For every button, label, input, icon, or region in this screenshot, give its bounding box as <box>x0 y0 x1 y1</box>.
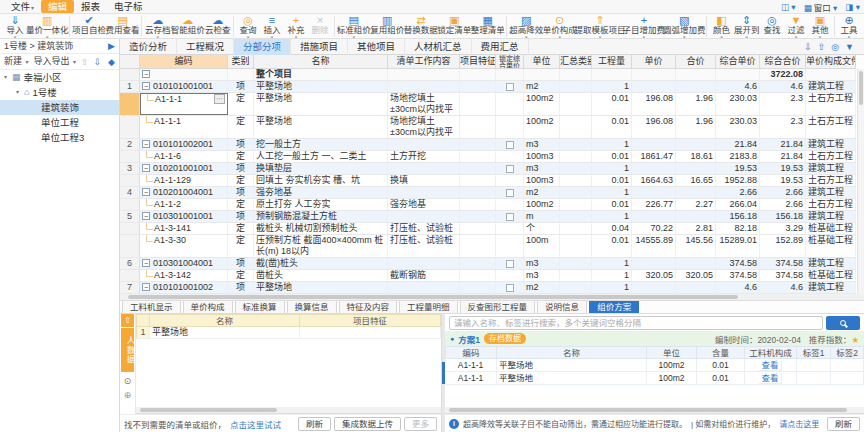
detail-tab[interactable]: 工料机显示 <box>122 300 181 313</box>
col-code[interactable]: 编码 <box>445 346 497 359</box>
table-row[interactable]: 5 −010301001001 项 预制钢筋混凝土方桩 m 1 156.18 <box>120 211 856 223</box>
code-cell[interactable]: A1-3-142 <box>140 270 228 281</box>
toolbar-button[interactable]: ◧ 颜色 ▾ <box>709 14 733 39</box>
table-row[interactable]: A1-1-1⋯ 定 平整场地 场地挖填土±30cm以内找平 100m2 0.01… <box>120 93 856 116</box>
view-icon[interactable]: ◨ ▾ <box>845 2 860 12</box>
collapse-up-icon[interactable]: ⇧ <box>121 314 134 327</box>
lock-checkbox[interactable] <box>506 213 514 221</box>
scroll-up-icon[interactable]: ⇧ <box>818 42 826 52</box>
maintain-link[interactable]: 请点击这里 <box>779 418 819 429</box>
layout-icon[interactable]: ◫ ▾ <box>781 2 796 12</box>
scroll-down-icon[interactable]: ⇩ <box>804 42 812 52</box>
table-row[interactable]: A1-1-1 平整场地 100m2 0.01 查看 <box>445 359 864 372</box>
col-amount[interactable]: 合价 <box>676 55 716 69</box>
code-cell[interactable]: −010301001001 <box>140 211 228 222</box>
detail-tab[interactable]: 反查图形工程量 <box>460 300 536 313</box>
sheet-tab[interactable]: 人材机汇总 <box>405 39 472 55</box>
view-link[interactable]: 查看 <box>759 360 781 371</box>
history-icon[interactable]: ⊙ <box>124 376 132 386</box>
sheet-tab[interactable]: 分部分项 <box>234 39 291 55</box>
tree-item[interactable]: 单位工程 <box>0 115 119 130</box>
collapse-icon[interactable]: − <box>142 140 150 148</box>
move-up-icon[interactable]: ⇧ <box>81 54 89 70</box>
sheet-tab[interactable]: 措施项目 <box>291 39 348 55</box>
col-category[interactable]: 汇总类别 <box>560 55 592 69</box>
left-horizontal-scrollbar[interactable] <box>136 407 441 414</box>
scheme-tab[interactable]: 方案1 <box>458 333 480 345</box>
toolbar-button[interactable] <box>506 16 507 37</box>
col-comp-amount[interactable]: 综合合价 <box>760 55 806 69</box>
col-resource[interactable]: 工料机构成 <box>745 346 797 359</box>
toolbar-button[interactable]: ⊕ 工具 ▾ <box>837 14 861 39</box>
table-row[interactable]: 2 −010101002001 项 挖一般土方 m3 1 21.84 21. <box>120 139 856 151</box>
sheet-tab[interactable]: 工程概况 <box>177 39 234 55</box>
col-name[interactable]: 名称 <box>497 346 647 359</box>
code-cell[interactable]: −010101001001 <box>140 81 228 92</box>
col-lock-price[interactable]: 锁定综合单价 <box>496 55 524 69</box>
collapse-icon[interactable]: − <box>142 212 150 220</box>
collapse-icon[interactable]: − <box>142 82 150 90</box>
table-row[interactable]: A1-1-2 定 原土打夯 人工夯实 强夯地基 100m2 0.01 226.7… <box>120 199 856 211</box>
table-row[interactable]: A1-1-129 定 回填土 夯实机夯实 槽、坑 换填 100m3 0.01 1… <box>120 175 856 187</box>
toolbar-button[interactable] <box>706 16 707 37</box>
code-cell[interactable]: A1-1-129 <box>140 175 228 186</box>
more-button[interactable]: ⋯ <box>214 94 225 104</box>
panel-splitter[interactable] <box>442 314 445 432</box>
horizontal-scrollbar[interactable] <box>120 294 864 301</box>
toolbar-button[interactable]: ✔ 项目自检 <box>72 14 105 39</box>
col-feature[interactable]: 项目特征 <box>300 314 441 327</box>
col-code[interactable]: 编码 <box>140 55 228 69</box>
code-cell[interactable]: −010101002001 <box>140 139 228 150</box>
toolbar-button[interactable] <box>141 16 142 37</box>
detail-tab[interactable]: 标准换算 <box>235 300 285 313</box>
table-row[interactable]: 7 −010101001002 项 平整场地 m2 1 4.6 4.6 <box>120 282 856 294</box>
toolbar-button[interactable] <box>69 16 70 37</box>
code-cell[interactable]: A1-1-6 <box>140 151 228 162</box>
pin-icon[interactable]: ◆ <box>108 54 115 70</box>
sheet-tab[interactable]: 费用汇总 <box>472 39 529 55</box>
toolbar-button[interactable]: + 补充 ▾ <box>284 14 308 39</box>
refresh-button[interactable]: 刷新 <box>827 417 860 431</box>
menu-ebid[interactable]: 电子标 <box>107 0 150 13</box>
code-cell[interactable]: A1-1-1 <box>140 116 228 138</box>
list-item[interactable]: 1 平整场地 <box>136 327 441 339</box>
tree-item[interactable]: 建筑装饰 <box>0 100 119 115</box>
window-menu[interactable]: ▦窗口 ▾ <box>804 1 838 13</box>
toolbar-button[interactable] <box>334 16 335 37</box>
refresh-button[interactable]: 刷新 <box>298 417 331 431</box>
toolbar-button[interactable]: ▣ 其他 ▾ <box>808 14 832 39</box>
code-cell[interactable]: −010201001001 <box>140 163 228 174</box>
lock-checkbox[interactable] <box>506 141 514 149</box>
toolbar-button[interactable]: ▦ 整理清单 <box>471 14 504 39</box>
toolbar-button[interactable]: ▥ 量价一体化 ▾ <box>27 14 67 39</box>
col-quantity[interactable]: 含量 <box>697 346 745 359</box>
code-cell[interactable]: −010201004001 <box>140 187 228 198</box>
table-row[interactable]: − 整个项目 3722.08 <box>120 69 856 81</box>
menu-report[interactable]: 报表 <box>74 0 107 13</box>
sheet-tab[interactable]: 造价分析 <box>120 39 177 55</box>
menu-edit[interactable]: 编辑 <box>41 0 74 13</box>
toolbar-button[interactable]: ⇓ 导入 ▾ <box>3 14 27 39</box>
tree-item[interactable]: ▾ ⌂ 1号楼 <box>0 85 119 100</box>
more-button[interactable]: 更多 <box>404 417 437 431</box>
search-button[interactable] <box>826 316 860 330</box>
locate-icon[interactable]: ◎ <box>831 42 839 52</box>
globe-icon[interactable]: ⊕ <box>124 390 132 400</box>
collapse-icon[interactable]: − <box>142 259 150 267</box>
col-unit[interactable]: 单位 <box>524 55 560 69</box>
lock-checkbox[interactable] <box>506 165 514 173</box>
code-cell[interactable]: A1-3-30 <box>140 235 228 257</box>
upload-data-button[interactable]: 集成数据上传 <box>334 417 401 431</box>
detail-tab[interactable]: 工程量明细 <box>399 300 458 313</box>
lock-checkbox[interactable] <box>506 189 514 197</box>
col-quantity[interactable]: 工程量 <box>592 55 632 69</box>
new-button[interactable]: 新建 ▾ <box>4 53 29 70</box>
import-export-button[interactable]: 导入导出 ▾ <box>34 53 77 70</box>
toolbar-button[interactable]: ◎ 查询 ▾ <box>236 14 260 39</box>
sheet-tab[interactable]: 其他项目 <box>348 39 405 55</box>
toolbar-button[interactable]: ☁ 智能组价 <box>171 14 204 39</box>
col-comp-price[interactable]: 综合单价 <box>716 55 760 69</box>
table-row[interactable]: 1 −010101001001 项 平整场地 m2 1 4.6 4.6 <box>120 81 856 93</box>
tree-caret-icon[interactable]: ▾ <box>16 85 24 100</box>
move-down-icon[interactable]: ⇩ <box>94 54 102 70</box>
